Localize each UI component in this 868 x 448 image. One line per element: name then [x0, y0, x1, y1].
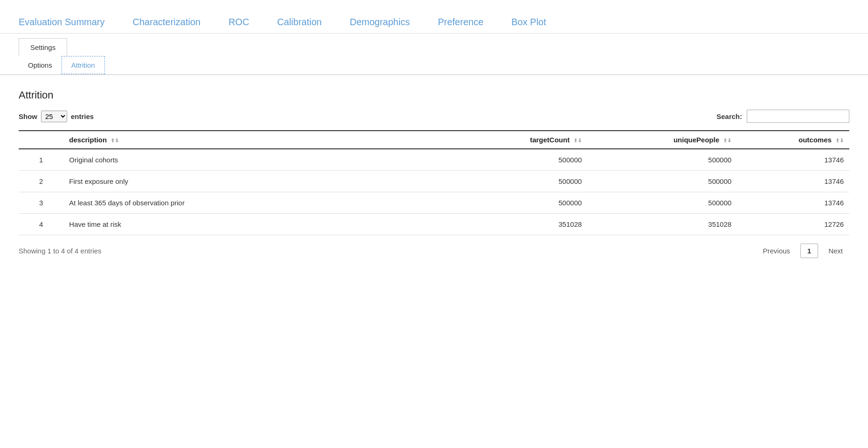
attrition-table: description ⬆⬇ targetCount ⬆⬇ uniquePeop…: [19, 130, 849, 235]
tab-calibration[interactable]: Calibration: [277, 17, 322, 28]
table-row: 3 At least 365 days of observation prior…: [19, 192, 849, 214]
settings-tab[interactable]: Settings: [19, 38, 67, 56]
cell-unique-people-0: 500000: [587, 149, 737, 171]
tab-box-plot[interactable]: Box Plot: [511, 17, 546, 28]
col-header-description[interactable]: description ⬆⬇: [63, 131, 438, 149]
top-navigation: Evaluation Summary Characterization ROC …: [0, 0, 868, 34]
tab-evaluation-summary[interactable]: Evaluation Summary: [19, 17, 105, 28]
cell-description-0: Original cohorts: [63, 149, 438, 171]
cell-target-count-1: 500000: [438, 171, 587, 192]
sort-icon-target-count: ⬆⬇: [573, 138, 582, 144]
cell-description-3: Have time at risk: [63, 214, 438, 235]
cell-outcomes-2: 13746: [737, 192, 849, 214]
cell-unique-people-1: 500000: [587, 171, 737, 192]
showing-text: Showing 1 to 4 of 4 entries: [19, 247, 102, 255]
next-button[interactable]: Next: [822, 244, 849, 258]
show-label: Show: [19, 112, 37, 120]
cell-index-2: 3: [19, 192, 63, 214]
tab-attrition[interactable]: Attrition: [62, 56, 105, 74]
table-header-row: description ⬆⬇ targetCount ⬆⬇ uniquePeop…: [19, 131, 849, 149]
cell-target-count-3: 351028: [438, 214, 587, 235]
col-header-unique-people[interactable]: uniquePeople ⬆⬇: [587, 131, 737, 149]
controls-row: Show 25 10 50 100 entries Search:: [19, 110, 849, 123]
sub-tabs-container: Options Attrition: [0, 56, 868, 75]
cell-index-0: 1: [19, 149, 63, 171]
tab-options[interactable]: Options: [19, 56, 62, 74]
search-area: Search:: [716, 110, 849, 123]
cell-target-count-2: 500000: [438, 192, 587, 214]
page-1-button[interactable]: 1: [800, 244, 818, 258]
cell-description-1: First exposure only: [63, 171, 438, 192]
col-header-target-count[interactable]: targetCount ⬆⬇: [438, 131, 587, 149]
entries-select[interactable]: 25 10 50 100: [41, 111, 67, 122]
cell-description-2: At least 365 days of observation prior: [63, 192, 438, 214]
tab-preference[interactable]: Preference: [438, 17, 483, 28]
cell-index-1: 2: [19, 171, 63, 192]
pagination: Previous 1 Next: [756, 244, 849, 258]
cell-outcomes-0: 13746: [737, 149, 849, 171]
table-footer: Showing 1 to 4 of 4 entries Previous 1 N…: [19, 244, 849, 258]
show-entries-container: Show 25 10 50 100 entries: [19, 111, 94, 122]
cell-outcomes-3: 12726: [737, 214, 849, 235]
cell-index-3: 4: [19, 214, 63, 235]
cell-target-count-0: 500000: [438, 149, 587, 171]
cell-unique-people-2: 500000: [587, 192, 737, 214]
search-input[interactable]: [747, 110, 849, 123]
col-header-index: [19, 131, 63, 149]
tab-demographics[interactable]: Demographics: [350, 17, 410, 28]
cell-unique-people-3: 351028: [587, 214, 737, 235]
main-content: Attrition Show 25 10 50 100 entries Sear…: [0, 75, 868, 272]
tab-roc[interactable]: ROC: [228, 17, 249, 28]
section-title: Attrition: [19, 89, 849, 101]
previous-button[interactable]: Previous: [756, 244, 796, 258]
cell-outcomes-1: 13746: [737, 171, 849, 192]
sort-icon-description: ⬆⬇: [110, 138, 119, 144]
table-row: 1 Original cohorts 500000 500000 13746: [19, 149, 849, 171]
table-row: 4 Have time at risk 351028 351028 12726: [19, 214, 849, 235]
tab-characterization[interactable]: Characterization: [133, 17, 201, 28]
sort-icon-unique-people: ⬆⬇: [723, 138, 731, 144]
col-header-outcomes[interactable]: outcomes ⬆⬇: [737, 131, 849, 149]
search-label: Search:: [716, 112, 742, 120]
sort-icon-outcomes: ⬆⬇: [835, 138, 844, 144]
table-row: 2 First exposure only 500000 500000 1374…: [19, 171, 849, 192]
entries-label: entries: [71, 112, 94, 120]
settings-tab-container: Settings: [0, 34, 868, 56]
